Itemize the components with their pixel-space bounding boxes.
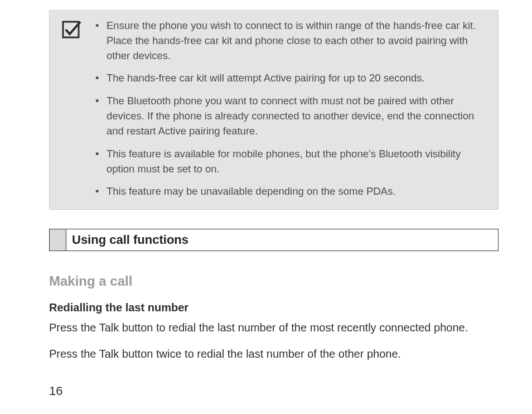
note-item: The Bluetooth phone you want to connect … xyxy=(95,94,486,138)
section-heading-bar: Using call functions xyxy=(49,229,499,251)
section-heading-block xyxy=(50,229,66,251)
body-paragraph: Press the Talk button twice to redial th… xyxy=(49,346,499,362)
svg-rect-0 xyxy=(63,22,79,37)
note-box: Ensure the phone you wish to connect to … xyxy=(49,10,499,210)
subheading: Making a call xyxy=(49,273,499,289)
checkbox-checked-icon xyxy=(62,18,84,199)
note-item: The hands-free car kit will attempt Acti… xyxy=(95,71,486,86)
note-list: Ensure the phone you wish to connect to … xyxy=(95,18,486,199)
manual-page: Ensure the phone you wish to connect to … xyxy=(0,0,532,362)
section-heading-title: Using call functions xyxy=(66,229,194,251)
note-item: Ensure the phone you wish to connect to … xyxy=(95,18,486,63)
note-item: This feature may be unavailable dependin… xyxy=(95,184,486,199)
note-item: This feature is available for mobile pho… xyxy=(95,147,486,177)
sub-subheading: Redialling the last number xyxy=(49,301,499,314)
page-number: 16 xyxy=(49,384,62,398)
body-paragraph: Press the Talk button to redial the last… xyxy=(49,320,499,336)
